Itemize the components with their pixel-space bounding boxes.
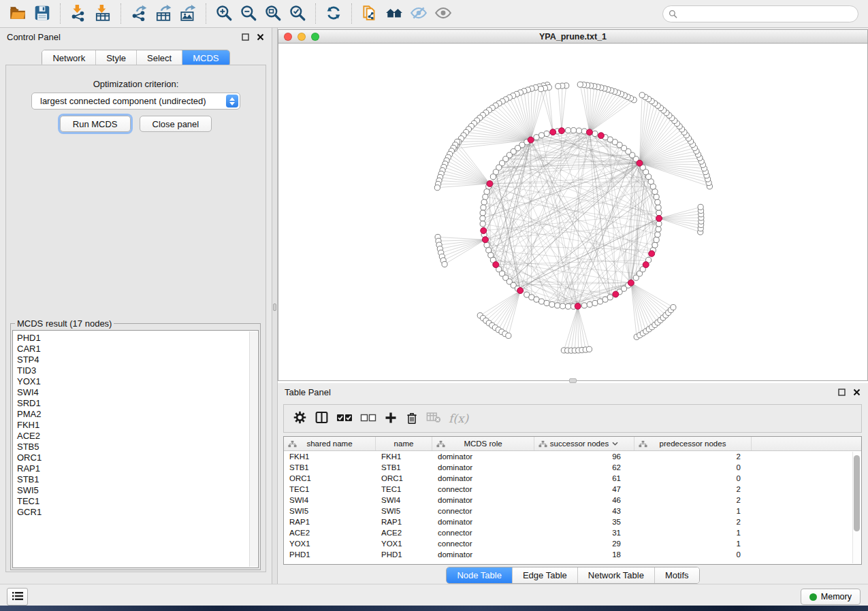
refresh-view-button[interactable]: [321, 1, 346, 26]
column-visibility-button[interactable]: [315, 410, 329, 427]
float-panel-button[interactable]: [240, 33, 250, 42]
splitter-grip[interactable]: [273, 303, 276, 311]
memory-button[interactable]: Memory: [801, 589, 861, 605]
table-row[interactable]: RAP1RAP1dominator352: [284, 516, 861, 527]
run-mcds-button[interactable]: Run MCDS: [60, 116, 131, 132]
zoom-in-button[interactable]: [212, 1, 236, 26]
network-graph[interactable]: [278, 44, 867, 380]
toolbar-separator: [120, 3, 121, 24]
first-neighbors-button[interactable]: [382, 1, 406, 26]
mcds-result-item[interactable]: SWI5: [17, 485, 258, 496]
optimization-criterion-select[interactable]: largest connected component (undirected): [31, 93, 240, 110]
clone-network-button[interactable]: [357, 1, 382, 26]
table-cell: STB1: [376, 462, 432, 473]
mcds-result-item[interactable]: PHD1: [17, 333, 258, 344]
tab-network[interactable]: Network: [42, 50, 95, 66]
column-header-name[interactable]: name: [376, 437, 432, 450]
table-row[interactable]: ORC1ORC1dominator610: [284, 473, 861, 484]
table-cell: FKH1: [284, 451, 376, 462]
table-row[interactable]: YOX1YOX1connector291: [284, 538, 861, 549]
table-row[interactable]: ACE2ACE2connector311: [284, 527, 861, 538]
deselect-all-rows-button[interactable]: [360, 413, 376, 425]
export-table-icon: [155, 4, 172, 24]
table-cell: SWI4: [376, 495, 432, 506]
mcds-result-item[interactable]: GCR1: [17, 507, 258, 518]
mcds-result-item[interactable]: STP4: [17, 354, 258, 365]
network-canvas[interactable]: [278, 44, 868, 381]
table-cell: dominator: [432, 495, 534, 506]
control-panel: Control Panel NetworkStyleSelectMCDS Opt…: [0, 28, 272, 584]
mcds-result-item[interactable]: YOX1: [17, 376, 258, 387]
mcds-result-item[interactable]: STB1: [17, 474, 258, 485]
zoom-out-button[interactable]: [236, 1, 261, 26]
table-row[interactable]: TEC1TEC1connector472: [284, 484, 861, 495]
table-scrollbar-thumb[interactable]: [854, 455, 860, 531]
column-header-successor-nodes[interactable]: successor nodes: [534, 437, 634, 450]
close-panel-icon-button[interactable]: [255, 33, 265, 42]
maximize-window-traffic-light[interactable]: [311, 33, 319, 41]
clone-network-icon: [361, 4, 379, 24]
tab-motifs[interactable]: Motifs: [654, 567, 699, 583]
table-settings-button[interactable]: [293, 410, 307, 427]
mcds-result-item[interactable]: RAP1: [17, 463, 258, 474]
export-table-button[interactable]: [151, 1, 176, 26]
tab-edge-table[interactable]: Edge Table: [512, 567, 577, 583]
import-table-button[interactable]: [91, 1, 115, 26]
table-row[interactable]: PHD1PHD1dominator180: [284, 549, 861, 560]
tab-style[interactable]: Style: [95, 50, 136, 66]
close-panel-button[interactable]: Close panel: [140, 116, 212, 132]
select-all-rows-button[interactable]: [336, 413, 353, 425]
refresh-icon: [325, 4, 342, 24]
tab-node-table[interactable]: Node Table: [447, 567, 512, 583]
mcds-result-item[interactable]: SRD1: [17, 398, 258, 409]
export-image-button[interactable]: [176, 1, 200, 26]
table-scrollbar[interactable]: [852, 452, 861, 563]
mcds-result-item[interactable]: ACE2: [17, 431, 258, 442]
zoom-fit-button[interactable]: [261, 1, 285, 26]
close-table-panel-button[interactable]: [852, 388, 861, 397]
mcds-result-list[interactable]: PHD1CAR1STP4TID3YOX1SWI4SRD1PMA2FKH1ACE2…: [12, 330, 259, 568]
mcds-result-item[interactable]: FKH1: [17, 420, 258, 431]
toolbar-separator: [315, 3, 316, 24]
column-header-shared-name[interactable]: shared name: [284, 437, 376, 450]
zoom-selected-button[interactable]: [285, 1, 310, 26]
mcds-result-item[interactable]: ORC1: [17, 452, 258, 463]
mcds-result-item[interactable]: TID3: [17, 365, 258, 376]
import-network-button[interactable]: [66, 1, 91, 26]
tab-select[interactable]: Select: [136, 50, 182, 66]
toolbar-separator: [60, 3, 61, 24]
delete-column-button[interactable]: [405, 411, 419, 427]
mcds-result-item[interactable]: STB5: [17, 442, 258, 452]
table-row[interactable]: STB1STB1dominator620: [284, 462, 861, 473]
open-file-button[interactable]: [5, 1, 30, 26]
task-history-button[interactable]: [7, 588, 28, 606]
splitter-grip[interactable]: [569, 378, 577, 383]
plus-icon: [384, 411, 398, 427]
vertical-splitter[interactable]: [272, 28, 278, 584]
close-window-traffic-light[interactable]: [284, 33, 292, 41]
optimization-criterion-label: Optimization criterion:: [6, 79, 266, 89]
minimize-window-traffic-light[interactable]: [298, 33, 306, 41]
table-row[interactable]: SWI4SWI4dominator462: [284, 495, 861, 506]
hide-selected-button[interactable]: [406, 1, 431, 26]
mcds-result-item[interactable]: PMA2: [17, 409, 258, 420]
table-row[interactable]: SWI5SWI5connector431: [284, 506, 861, 516]
float-table-panel-button[interactable]: [837, 388, 846, 397]
export-network-button[interactable]: [127, 1, 151, 26]
column-header-predecessor-nodes[interactable]: predecessor nodes: [634, 437, 752, 450]
search-input[interactable]: [677, 9, 858, 18]
mcds-result-item[interactable]: TEC1: [17, 496, 258, 507]
tab-network-table[interactable]: Network Table: [577, 567, 654, 583]
table-cell: 0: [634, 462, 752, 473]
column-header-MCDS-role[interactable]: MCDS role: [432, 437, 534, 450]
add-column-button[interactable]: [384, 411, 398, 427]
tab-mcds[interactable]: MCDS: [182, 50, 229, 66]
table-row[interactable]: FKH1FKH1dominator962: [284, 451, 861, 462]
mcds-result-item[interactable]: CAR1: [17, 344, 258, 354]
column-header-filler: [752, 437, 861, 450]
mcds-result-item[interactable]: SWI4: [17, 387, 258, 398]
mcds-list-scrollbar[interactable]: [249, 331, 257, 567]
save-session-button[interactable]: [30, 1, 54, 26]
import-table-icon: [94, 4, 112, 24]
show-all-button[interactable]: [431, 1, 455, 26]
